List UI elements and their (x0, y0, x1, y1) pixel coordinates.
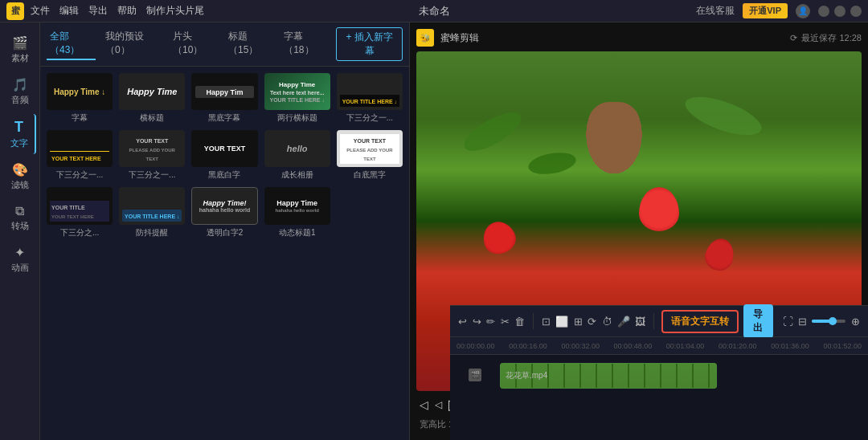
export-button[interactable]: 导出 (743, 304, 773, 338)
text-icon: T (7, 119, 31, 136)
menu-make[interactable]: 制作片头片尾 (146, 4, 204, 18)
zoom-in-button[interactable]: ⊕ (850, 312, 860, 330)
list-item[interactable]: YOUR TITLE YOUR TEXT HERE 下三分之... (47, 187, 113, 238)
sidebar-label-audio: 音频 (7, 94, 33, 106)
video-track-content[interactable]: 花花草.mp4 (500, 363, 862, 389)
separator-2 (653, 313, 654, 329)
rewind-button[interactable]: ◁ (420, 398, 428, 411)
undo-button[interactable]: ↩ (458, 312, 468, 330)
preview-header: 🐝 蜜蜂剪辑 ⟳ 最近保存 12:28 (416, 29, 862, 47)
sidebar-item-filter[interactable]: 🎨 滤镜 (4, 157, 36, 196)
separator (533, 313, 534, 329)
snap-button[interactable]: ⛶ (783, 312, 793, 330)
ruler-mark: 00:01:20.00 (719, 342, 757, 350)
menu-help[interactable]: 帮助 (117, 4, 137, 18)
track-label: 🎬 (457, 369, 497, 383)
close-button[interactable]: ✕ (850, 6, 862, 17)
ruler-mark: 00:01:52.00 (823, 342, 862, 350)
sidebar-label-material: 素材 (7, 52, 33, 64)
merge-button[interactable]: ⊞ (573, 312, 583, 330)
ruler-mark: 00:01:04.00 (666, 342, 705, 350)
ruler-mark: 00:00:48.00 (614, 342, 653, 350)
ruler-mark: 00:00:16.00 (509, 342, 547, 350)
list-item[interactable]: Happy Tim 黑底字幕 (191, 73, 257, 124)
pen-button[interactable]: ✏ (486, 312, 496, 330)
menu-file[interactable]: 文件 (31, 4, 50, 18)
tab-marker[interactable]: 标题（15） (225, 28, 274, 60)
zoom-slider[interactable] (812, 320, 845, 323)
maximize-button[interactable]: □ (834, 6, 845, 17)
list-item[interactable]: Happy Time ↓ 字幕 (47, 73, 113, 124)
zoom-out-button[interactable]: ⊟ (798, 312, 808, 330)
online-service[interactable]: 在线客服 (696, 4, 735, 18)
image-button[interactable]: 🖼 (635, 312, 645, 330)
app-logo: 蜜 (6, 2, 24, 20)
bottom-toolbar: ↩ ↪ ✏ ✂ 🗑 ⊡ ⬜ ⊞ ⟳ ⏱ 🎤 🖼 语音文字互转 导出 ⛶ ⊟ ⊕ (450, 305, 868, 337)
preview-logo: 🐝 (416, 29, 434, 47)
sidebar-item-animation[interactable]: ✦ 动画 (4, 240, 36, 279)
menu-bar[interactable]: 文件 编辑 导出 帮助 制作片头片尾 (31, 4, 204, 18)
media-tabs: 全部（43） 我的预设（0） 片头（10） 标题（15） 字幕（18） + 插入… (40, 22, 409, 67)
ruler-marks: 00:00:00.00 00:00:16.00 00:00:32.00 00:0… (457, 342, 862, 350)
app-title: 未命名 (419, 4, 450, 18)
video-clip[interactable]: 花花草.mp4 (500, 363, 717, 389)
timeline-area: 00:00:00.00 00:00:16.00 00:00:32.00 00:0… (450, 337, 868, 440)
cut-button[interactable]: ✂ (501, 312, 510, 330)
tab-all[interactable]: 全部（43） (47, 28, 96, 60)
list-item[interactable]: Happy Time 横标题 (119, 73, 185, 124)
ruler-mark: 00:00:32.00 (561, 342, 600, 350)
crop-button[interactable]: ⊡ (542, 312, 551, 330)
list-item[interactable]: YOUR TEXT 黑底白字 (191, 130, 257, 181)
delete-button[interactable]: 🗑 (514, 312, 525, 330)
sidebar-label-animation: 动画 (7, 262, 33, 274)
timer-button[interactable]: ⏱ (602, 312, 612, 330)
title-bar-right: 在线客服 开通VIP 👤 — □ ✕ (696, 3, 862, 18)
sidebar-label-filter: 滤镜 (7, 179, 33, 191)
list-item[interactable]: YOUR TEXT PLEASE ADD YOUR TEXT 白底黑字 (337, 130, 403, 181)
list-item[interactable]: Happy Time Text here text here... YOUR T… (264, 73, 330, 124)
timeline-ruler: 00:00:00.00 00:00:16.00 00:00:32.00 00:0… (450, 337, 868, 355)
list-item[interactable]: Happy Time hahaha hello world 动态标题1 (264, 187, 330, 238)
material-icon: 🎬 (7, 35, 33, 51)
redo-button[interactable]: ↪ (473, 312, 482, 330)
animation-icon: ✦ (7, 245, 33, 260)
speech-to-text-button[interactable]: 语音文字互转 (661, 310, 739, 333)
sidebar-item-material[interactable]: 🎬 素材 (4, 31, 36, 69)
ruler-mark: 00:00:00.00 (457, 342, 495, 350)
menu-edit[interactable]: 编辑 (59, 4, 79, 18)
list-item[interactable]: YOUR TITLE HERE ↓ 下三分之一... (337, 73, 403, 124)
insert-subtitle-button[interactable]: + 插入新字幕 (336, 27, 403, 61)
tab-my[interactable]: 我的预设（0） (102, 28, 163, 60)
tab-subtitle[interactable]: 字幕（18） (280, 28, 330, 60)
main-layout: 🎬 素材 🎵 音频 T 文字 🎨 滤镜 ⧉ 转场 ✦ 动画 全部（43） 我的预… (0, 22, 868, 440)
ruler-mark: 00:01:36.00 (771, 342, 809, 350)
mic-button[interactable]: 🎤 (617, 312, 630, 330)
sidebar-item-audio[interactable]: 🎵 音频 (4, 72, 36, 111)
audio-icon: 🎵 (7, 77, 33, 92)
menu-export[interactable]: 导出 (88, 4, 108, 18)
list-item[interactable]: YOUR TEXT HERE 下三分之一... (47, 130, 113, 181)
list-item[interactable]: Happy Time! hahaha hello world 透明白字2 (191, 187, 257, 238)
minimize-button[interactable]: — (818, 6, 829, 17)
preview-app-name: 蜜蜂剪辑 (440, 31, 479, 45)
sidebar-label-text: 文字 (7, 137, 31, 149)
left-sidebar: 🎬 素材 🎵 音频 T 文字 🎨 滤镜 ⧉ 转场 ✦ 动画 (0, 22, 40, 440)
user-avatar[interactable]: 👤 (796, 4, 810, 18)
list-item[interactable]: YOUR TITLE HERE ↓ 防抖提醒 (119, 187, 185, 238)
prev-frame-button[interactable]: ◁ (435, 399, 442, 410)
filter-icon: 🎨 (7, 162, 33, 177)
sidebar-item-transition[interactable]: ⧉ 转场 (4, 199, 36, 237)
video-track-row: 🎬 花花草.mp4 (457, 360, 862, 392)
list-item[interactable]: hello 成长相册 (264, 130, 330, 181)
tab-clip[interactable]: 片头（10） (170, 28, 219, 60)
speed-button[interactable]: ⟳ (588, 312, 597, 330)
media-panel: 全部（43） 我的预设（0） 片头（10） 标题（15） 字幕（18） + 插入… (40, 22, 410, 440)
list-item[interactable]: YOUR TEXT PLEASE ADD YOUR TEXT 下三分之一... (119, 130, 185, 181)
vip-button[interactable]: 开通VIP (743, 3, 788, 18)
split-button[interactable]: ⬜ (555, 312, 568, 330)
window-controls: — □ ✕ (818, 6, 862, 17)
sidebar-label-transition: 转场 (7, 220, 33, 232)
save-time: ⟳ 最近保存 12:28 (790, 32, 862, 44)
sidebar-item-text[interactable]: T 文字 (4, 114, 36, 154)
timeline-tracks: 🎬 花花草.mp4 (450, 355, 868, 440)
